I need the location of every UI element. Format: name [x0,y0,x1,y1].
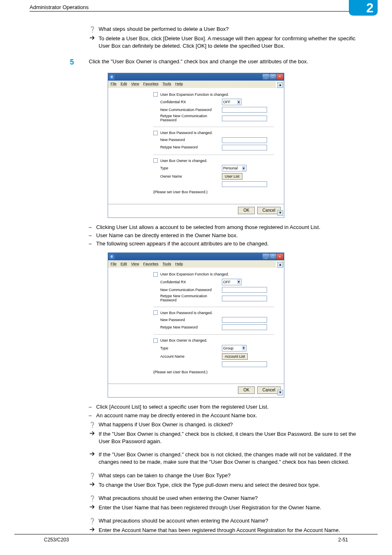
new-pw-input[interactable] [222,317,267,323]
menu-view[interactable]: View [131,81,139,87]
menu-file[interactable]: File [111,261,117,267]
scroll-down-button[interactable]: ▼ [277,210,283,216]
qa-question: What steps should be performed to delete… [99,25,362,33]
expansion-label: User Box Expansion Function is changed. [160,92,229,97]
new-comm-pw-label: New Communication Password [160,107,222,113]
retype-pw-label: Retype New Password [160,145,222,150]
confidential-rx-label: Confidential RX [160,99,222,105]
type-label: Type [160,346,222,351]
please-set-note: (Please set User Box Password.) [153,190,274,195]
owner-name-input[interactable] [222,181,267,187]
password-changed-checkbox[interactable] [153,310,158,315]
owner-changed-checkbox[interactable] [153,158,158,163]
bullet-dash: – [89,224,96,231]
qa-answer: To delete a User Box, click [Delete User… [99,35,362,50]
svg-point-5 [92,500,93,502]
arrow-right-icon [89,451,96,456]
menu-tools[interactable]: Tools [162,81,171,87]
bullet-text: The following screen appears if the acco… [96,240,362,247]
chapter-badge: 2 [349,0,378,16]
svg-point-6 [92,523,93,525]
qa-answer: Enter the Account Name that has been reg… [99,527,362,534]
owner-changed-checkbox[interactable] [153,338,158,343]
retype-comm-pw-input[interactable] [222,296,267,301]
retype-comm-pw-label: Retype New Communication Password [160,114,222,123]
qa-question: What precautions should be used when ent… [99,495,362,502]
menu-favorites[interactable]: Favorites [143,261,158,267]
user-list-button[interactable]: User List [222,173,242,180]
account-name-input[interactable] [222,361,267,367]
step-number: 5 [30,57,89,67]
scroll-up-button[interactable]: ▲ [277,82,283,88]
menu-favorites[interactable]: Favorites [143,81,158,87]
arrow-right-icon [89,504,96,509]
qa-question: What happens if User Box Owner is change… [99,421,362,428]
account-list-button[interactable]: Account List [222,353,248,360]
question-mark-icon [89,495,96,502]
menu-bar: File Edit View Favorites Tools Help [108,260,284,268]
expansion-checkbox[interactable] [153,92,158,97]
expansion-checkbox[interactable] [153,272,158,277]
close-button[interactable]: × [277,254,283,259]
arrow-right-icon [89,481,96,487]
menu-help[interactable]: Help [175,261,183,267]
ok-button[interactable]: OK [238,386,254,394]
qa-answer: If the "User Box Owner is changed." chec… [99,451,362,466]
footer-left: C253/C203 [44,537,69,543]
maximize-button[interactable]: □ [270,74,276,80]
password-changed-label: User Box Password is changed. [160,130,213,136]
owner-changed-label: User Box Owner is changed. [160,158,208,164]
close-button[interactable]: × [277,74,283,80]
new-pw-label: New Password [160,317,222,323]
menu-help[interactable]: Help [175,81,183,87]
screenshot-1: e _ □ × File Edit View Favorites Tools H… [108,73,284,218]
menu-file[interactable]: File [111,81,117,87]
type-select[interactable]: Personal▾ [222,165,247,171]
password-changed-checkbox[interactable] [153,131,158,135]
scroll-down-button[interactable]: ▼ [277,390,283,395]
type-label: Type [160,166,222,171]
maximize-button[interactable]: □ [270,254,276,259]
question-mark-icon [89,421,96,429]
menu-edit[interactable]: Edit [121,261,127,267]
retype-comm-pw-input[interactable] [222,116,267,121]
password-changed-label: User Box Password is changed. [160,310,213,316]
minimize-button[interactable]: _ [263,254,269,259]
ok-button[interactable]: OK [238,207,254,214]
footer-right: 2-51 [338,537,348,543]
account-name-label: Account Name [160,354,222,359]
qa-question: What precautions should be account when … [99,517,362,525]
question-mark-icon [89,25,96,33]
confidential-rx-select[interactable]: OFF▾ [222,279,242,285]
question-mark-icon [89,472,96,480]
svg-point-4 [92,478,93,479]
new-comm-pw-input[interactable] [222,287,267,293]
bullet-text: Clicking User List allows a account to b… [96,224,362,231]
qa-answer: If the "User Box Owner is changed." chec… [99,430,362,445]
retype-pw-input[interactable] [222,324,267,330]
arrow-right-icon [89,430,96,436]
arrow-right-icon [89,35,96,40]
menu-view[interactable]: View [131,261,139,267]
bullet-text: Click [Account List] to select a specifi… [96,403,362,411]
bullet-text: User Name can be directly entered in the… [96,232,362,239]
bullet-text: An account name may be directly entered … [96,412,362,419]
new-comm-pw-input[interactable] [222,107,267,113]
new-pw-input[interactable] [222,137,267,143]
qa-answer: To change the User Box Type, click the T… [99,481,362,489]
menu-edit[interactable]: Edit [121,81,127,87]
bullet-dash: – [89,240,96,247]
type-select[interactable]: Group▾ [222,345,247,352]
section-title: Administrator Operations [0,4,89,10]
confidential-rx-select[interactable]: OFF▾ [222,99,242,105]
please-set-note: (Please set User Box Password.) [153,370,274,375]
ie-logo-icon: e [109,254,115,259]
scroll-up-button[interactable]: ▲ [277,262,283,268]
retype-pw-input[interactable] [222,145,267,150]
menu-tools[interactable]: Tools [162,261,171,267]
bullet-dash: – [89,232,96,239]
bullet-dash: – [89,403,96,411]
qa-answer: Enter the User Name that has been regist… [99,504,362,511]
svg-point-0 [92,32,93,33]
minimize-button[interactable]: _ [263,74,269,80]
